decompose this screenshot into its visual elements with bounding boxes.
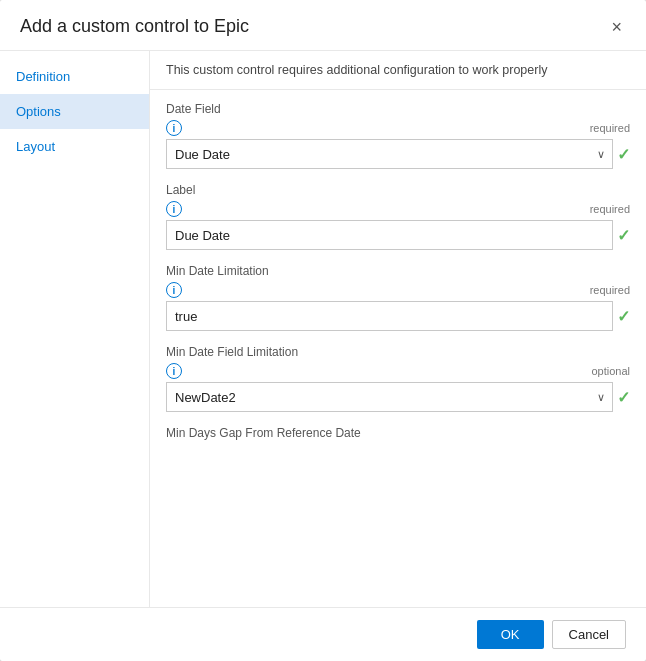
date-field-group: Date Field i required Due Date ∨ — [166, 102, 630, 169]
label-field-required: required — [590, 203, 630, 215]
min-date-field-limitation-info-icon[interactable]: i — [166, 363, 182, 379]
dialog: Add a custom control to Epic × Definitio… — [0, 0, 646, 661]
min-date-field-limitation-optional: optional — [591, 365, 630, 377]
dialog-body: Definition Options Layout This custom co… — [0, 51, 646, 607]
min-date-field-limitation-group: Min Date Field Limitation i optional New… — [166, 345, 630, 412]
label-field-group: Label i required ✓ — [166, 183, 630, 250]
cancel-button[interactable]: Cancel — [552, 620, 626, 649]
min-date-field-limitation-select[interactable]: NewDate2 — [166, 382, 613, 412]
form-area: Date Field i required Due Date ∨ — [150, 90, 646, 607]
sidebar-item-layout[interactable]: Layout — [0, 129, 149, 164]
date-field-select-wrapper: Due Date ∨ — [166, 139, 613, 169]
label-field-check-icon: ✓ — [617, 226, 630, 245]
main-content: This custom control requires additional … — [150, 51, 646, 607]
date-field-check-icon: ✓ — [617, 145, 630, 164]
info-banner: This custom control requires additional … — [150, 51, 646, 90]
date-field-meta: i required — [166, 120, 630, 136]
label-field-info-icon[interactable]: i — [166, 201, 182, 217]
min-date-limitation-label: Min Date Limitation — [166, 264, 630, 278]
dialog-header: Add a custom control to Epic × — [0, 0, 646, 51]
label-field-label: Label — [166, 183, 630, 197]
dialog-title: Add a custom control to Epic — [20, 16, 249, 37]
label-field-meta: i required — [166, 201, 630, 217]
min-days-gap-label: Min Days Gap From Reference Date — [166, 426, 630, 440]
min-date-field-limitation-check-icon: ✓ — [617, 388, 630, 407]
label-field-input-row: ✓ — [166, 220, 630, 250]
min-date-limitation-input-row: ✓ — [166, 301, 630, 331]
min-date-limitation-input[interactable] — [166, 301, 613, 331]
date-field-info-icon[interactable]: i — [166, 120, 182, 136]
sidebar-item-definition[interactable]: Definition — [0, 59, 149, 94]
min-date-field-limitation-input-row: NewDate2 ∨ ✓ — [166, 382, 630, 412]
date-field-label: Date Field — [166, 102, 630, 116]
dialog-footer: OK Cancel — [0, 607, 646, 661]
close-button[interactable]: × — [607, 16, 626, 38]
label-field-input[interactable] — [166, 220, 613, 250]
date-field-input-row: Due Date ∨ ✓ — [166, 139, 630, 169]
sidebar-item-options[interactable]: Options — [0, 94, 149, 129]
min-date-limitation-check-icon: ✓ — [617, 307, 630, 326]
min-date-field-limitation-label: Min Date Field Limitation — [166, 345, 630, 359]
ok-button[interactable]: OK — [477, 620, 544, 649]
sidebar: Definition Options Layout — [0, 51, 150, 607]
min-date-limitation-required: required — [590, 284, 630, 296]
min-date-field-limitation-meta: i optional — [166, 363, 630, 379]
min-date-limitation-meta: i required — [166, 282, 630, 298]
min-date-limitation-info-icon[interactable]: i — [166, 282, 182, 298]
date-field-select[interactable]: Due Date — [166, 139, 613, 169]
min-date-field-limitation-select-wrapper: NewDate2 ∨ — [166, 382, 613, 412]
min-date-limitation-group: Min Date Limitation i required ✓ — [166, 264, 630, 331]
date-field-required: required — [590, 122, 630, 134]
